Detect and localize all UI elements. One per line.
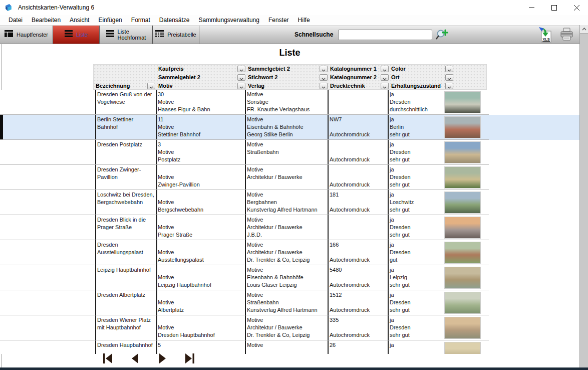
cell-line: Dresden <box>390 148 442 156</box>
table-row[interactable]: Berlin Stettiner Bahnhof11MotiveStettine… <box>0 115 579 140</box>
cell-bezeichnung: Dresden Postplatz <box>97 141 155 148</box>
table-row[interactable]: Dresden AlbertplatzMotiveAlbertplatzMoti… <box>0 290 579 315</box>
last-record-button[interactable] <box>183 353 196 366</box>
column-dropdown-button[interactable] <box>237 83 245 89</box>
hauptfenster-button[interactable]: Hauptfenster <box>0 26 53 44</box>
minimize-button[interactable] <box>520 0 543 15</box>
cell-line: Motive <box>158 173 244 181</box>
column-dropdown-button[interactable] <box>320 66 328 72</box>
cell-line: 3 <box>158 141 244 148</box>
column-dropdown-button[interactable] <box>320 74 328 81</box>
menu-fenster[interactable]: Fenster <box>264 16 293 25</box>
cell-border <box>95 165 96 190</box>
column-dropdown-button[interactable] <box>147 83 155 89</box>
cell-line: Architektur / Bauwerke <box>247 249 327 256</box>
cell-line <box>247 349 327 354</box>
cell-c4: Autochromdruck <box>330 166 387 189</box>
cell-bezeichnung: Dresden Ausstellungspalast <box>97 241 155 256</box>
menu-bearbeiten[interactable]: Bearbeiten <box>27 16 65 25</box>
cell-line: Architektur / Bauwerke <box>247 173 327 181</box>
next-record-button[interactable] <box>156 353 169 366</box>
cell-line: ja <box>390 241 442 249</box>
cell-line: FR. Knauthe Verlagshaus <box>247 106 327 113</box>
cell-border <box>388 240 389 265</box>
menu-einfuegen[interactable]: Einfügen <box>94 16 126 25</box>
cell-line: Motive <box>247 241 327 249</box>
cell-line: Bergbahnen <box>247 199 327 206</box>
table-header: BezeichnungKaufpreisSammelgebiet 2MotivS… <box>93 64 487 90</box>
first-record-button[interactable] <box>102 353 115 366</box>
cell-border <box>245 90 246 115</box>
cell-line <box>330 166 387 173</box>
menu-sammlungsverwaltung[interactable]: Sammlungsverwaltung <box>194 16 264 25</box>
header-label: Stichwort 2 <box>248 73 277 82</box>
table-row[interactable]: Loschwitz bei Dresden, BergschwebebahnMo… <box>0 190 579 215</box>
table-grid-icon <box>155 30 164 39</box>
menu-datensaetze[interactable]: Datensätze <box>155 16 194 25</box>
search-plus-icon[interactable] <box>435 28 448 41</box>
list-icon <box>106 30 114 39</box>
cell-c5: jaLoschwitzsehr gut <box>390 191 442 214</box>
column-dropdown-button[interactable] <box>381 74 389 81</box>
table-row[interactable]: Dresden Haupbahnhof5Motive26ja <box>0 340 579 354</box>
column-dropdown-button[interactable] <box>381 83 389 89</box>
quick-search-input[interactable] <box>338 30 432 40</box>
column-dropdown-button[interactable] <box>237 74 245 81</box>
header-cell-sammelgebiet-verlag: Sammelgebiet 2 <box>247 65 328 73</box>
printer-icon[interactable] <box>559 27 574 42</box>
table-row[interactable]: Dresden Gruß von der Vogelwiese30MotiveH… <box>0 90 579 115</box>
cell-line: Autochromdruck <box>330 281 387 289</box>
cell-border <box>388 340 389 354</box>
table-row[interactable]: Dresden AusstellungspalastMotiveAusstell… <box>0 240 579 265</box>
cell-line: Dr. Trenkler & Co, Leipzig <box>247 331 327 339</box>
cell-line: ja <box>390 91 442 98</box>
table-row[interactable]: Dresden Zwinger-PavillionMotiveZwinger-P… <box>0 165 579 190</box>
preistabelle-button[interactable]: Preistabelle <box>153 26 199 44</box>
cell-c4 <box>330 216 387 239</box>
cell-border <box>245 240 246 265</box>
cell-border <box>328 90 329 115</box>
maximize-button[interactable] <box>543 0 565 15</box>
cell-c3: MotiveArchitektur / BauwerkeDr. Trenkler… <box>247 316 327 339</box>
cell-line: Albertplatz <box>158 306 244 314</box>
table-row[interactable]: Leipzig HauptbahnhofMotiveLeipzig Hauptb… <box>0 265 579 290</box>
column-dropdown-button[interactable] <box>320 83 328 89</box>
header-label: Katalognummer 2 <box>330 73 377 82</box>
vertical-scrollbar[interactable] <box>579 25 588 367</box>
table-row[interactable]: Dresden Postplatz3MotivePostplatzMotiveS… <box>0 140 579 165</box>
column-dropdown-button[interactable] <box>445 66 453 72</box>
cell-line: Motive <box>247 166 327 173</box>
cell-line: Motive <box>158 274 244 281</box>
column-dropdown-button[interactable] <box>237 66 245 72</box>
column-dropdown-button[interactable] <box>445 83 453 89</box>
excel-export-icon[interactable]: XLS <box>538 27 553 43</box>
menu-format[interactable]: Format <box>127 16 155 25</box>
column-dropdown-button[interactable] <box>381 66 389 72</box>
cell-line <box>330 98 387 106</box>
close-button[interactable] <box>565 0 588 15</box>
cell-c3: MotiveArchitektur / BauwerkeDr. Trenkler… <box>247 241 327 264</box>
menu-hilfe[interactable]: Hilfe <box>293 16 315 25</box>
cell-border <box>245 290 246 315</box>
liste-hochformat-button[interactable]: ListeHochformat <box>100 26 153 44</box>
header-cell-color-ort-zustand: Color <box>390 65 453 73</box>
cell-bezeichnung: Dresden Blick in die Prager Straße <box>97 216 155 231</box>
cell-line: ja <box>390 216 442 224</box>
table-row[interactable]: Dresden Wiener Platz mit HauptbahnhofMot… <box>0 315 579 340</box>
cell-line <box>158 191 244 199</box>
cell-line: durchschnittlich <box>390 106 442 113</box>
column-dropdown-button[interactable] <box>445 74 453 81</box>
menu-datei[interactable]: Datei <box>4 16 27 25</box>
scrollbar-up-arrow-icon[interactable] <box>580 25 588 34</box>
cell-line: ja <box>390 191 442 199</box>
cell-line: 181 <box>330 191 387 199</box>
cell-line <box>330 299 387 306</box>
cell-line: NW7 <box>330 116 387 123</box>
cell-border <box>95 240 96 265</box>
previous-record-button[interactable] <box>129 353 142 366</box>
cell-bezeichnung: Dresden Zwinger-Pavillion <box>97 166 155 181</box>
menu-ansicht[interactable]: Ansicht <box>65 16 94 25</box>
liste-button[interactable]: Liste <box>53 26 100 44</box>
table-row[interactable]: Dresden Blick in die Prager StraßeMotive… <box>0 215 579 240</box>
cell-line <box>330 106 387 113</box>
